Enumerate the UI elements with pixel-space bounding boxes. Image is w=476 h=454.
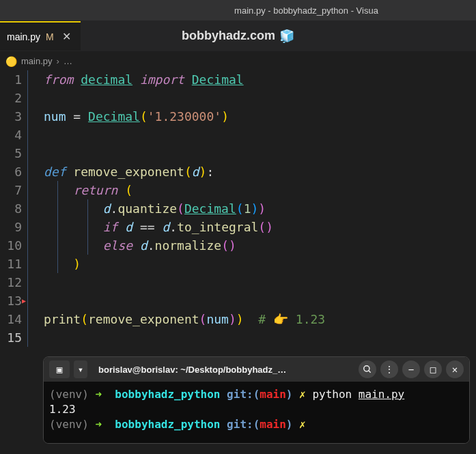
window-title: main.py - bobbyhadz_python - Visua [234, 5, 378, 16]
tab-bar: main.py M ✕ bobbyhadz.com 🧊 [0, 20, 476, 51]
terminal-body[interactable]: (venv) ➜ bobbyhadz_python git:(main) ✗ p… [44, 382, 469, 443]
tab-main-py[interactable]: main.py M ✕ [0, 21, 81, 51]
maximize-icon[interactable]: □ [424, 360, 442, 378]
dropdown-button[interactable]: ▾ [74, 360, 87, 378]
close-icon[interactable]: ✕ [59, 30, 74, 43]
cube-icon: 🧊 [279, 29, 294, 44]
breadcrumb-separator: › [57, 56, 59, 66]
minimize-icon[interactable]: − [402, 360, 420, 378]
error-marker-icon: ▶ [22, 292, 26, 310]
terminal-title: borislav@borislav: ~/Desktop/bobbyhadz_… [92, 365, 354, 375]
window-titlebar: main.py - bobbyhadz_python - Visua [0, 0, 476, 20]
menu-icon[interactable]: ⋮ [380, 360, 398, 378]
python-file-icon: 🟡 [5, 56, 17, 67]
breadcrumb-dots: … [64, 56, 72, 66]
tab-modified-indicator: M [46, 31, 54, 42]
tab-label: main.py [7, 31, 40, 42]
breadcrumb-file: main.py [21, 56, 53, 66]
new-tab-button[interactable]: ▣ [49, 360, 70, 378]
svg-point-0 [364, 366, 369, 371]
svg-line-1 [369, 371, 371, 373]
close-window-icon[interactable]: ✕ [446, 360, 464, 378]
breadcrumb[interactable]: 🟡 main.py › … [0, 51, 476, 70]
terminal-window: ▣ ▾ borislav@borislav: ~/Desktop/bobbyha… [43, 356, 470, 444]
search-icon[interactable] [359, 360, 376, 378]
watermark: bobbyhadz.com 🧊 [182, 29, 294, 44]
terminal-titlebar: ▣ ▾ borislav@borislav: ~/Desktop/bobbyha… [44, 357, 469, 382]
code-editor[interactable]: 1from decimal import Decimal 2 3num = De… [0, 70, 476, 347]
